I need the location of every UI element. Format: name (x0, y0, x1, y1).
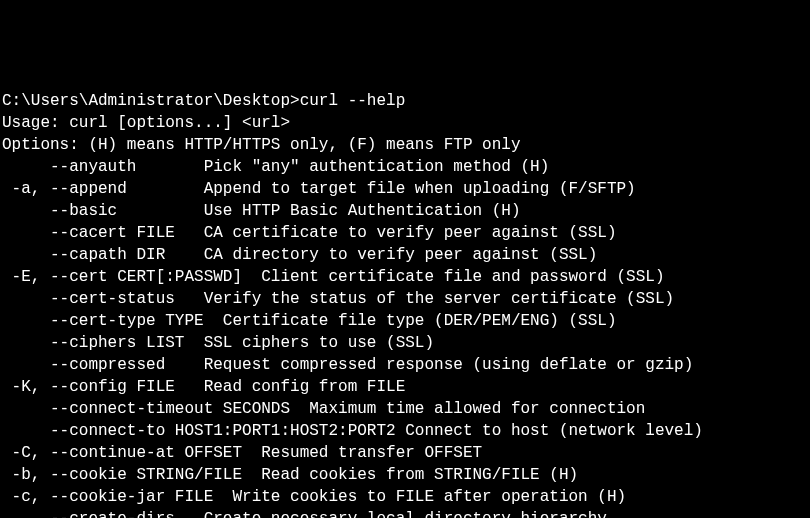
terminal-line: -a, --append Append to target file when … (2, 178, 810, 200)
terminal-line: --cert-status Verify the status of the s… (2, 288, 810, 310)
terminal-line: -b, --cookie STRING/FILE Read cookies fr… (2, 464, 810, 486)
terminal-line: --compressed Request compressed response… (2, 354, 810, 376)
terminal-line: --capath DIR CA directory to verify peer… (2, 244, 810, 266)
terminal-line: Options: (H) means HTTP/HTTPS only, (F) … (2, 134, 810, 156)
terminal-line: --cacert FILE CA certificate to verify p… (2, 222, 810, 244)
terminal-line: --create-dirs Create necessary local dir… (2, 508, 810, 518)
terminal-line: --cert-type TYPE Certificate file type (… (2, 310, 810, 332)
terminal-line: --anyauth Pick "any" authentication meth… (2, 156, 810, 178)
terminal-line: --basic Use HTTP Basic Authentication (H… (2, 200, 810, 222)
terminal-line: Usage: curl [options...] <url> (2, 112, 810, 134)
terminal-line: --connect-to HOST1:PORT1:HOST2:PORT2 Con… (2, 420, 810, 442)
terminal-line: C:\Users\Administrator\Desktop>curl --he… (2, 90, 810, 112)
terminal-line: -E, --cert CERT[:PASSWD] Client certific… (2, 266, 810, 288)
terminal-line: -c, --cookie-jar FILE Write cookies to F… (2, 486, 810, 508)
terminal-output[interactable]: C:\Users\Administrator\Desktop>curl --he… (2, 90, 810, 518)
terminal-line: -C, --continue-at OFFSET Resumed transfe… (2, 442, 810, 464)
terminal-line: -K, --config FILE Read config from FILE (2, 376, 810, 398)
terminal-line: --ciphers LIST SSL ciphers to use (SSL) (2, 332, 810, 354)
terminal-line: --connect-timeout SECONDS Maximum time a… (2, 398, 810, 420)
